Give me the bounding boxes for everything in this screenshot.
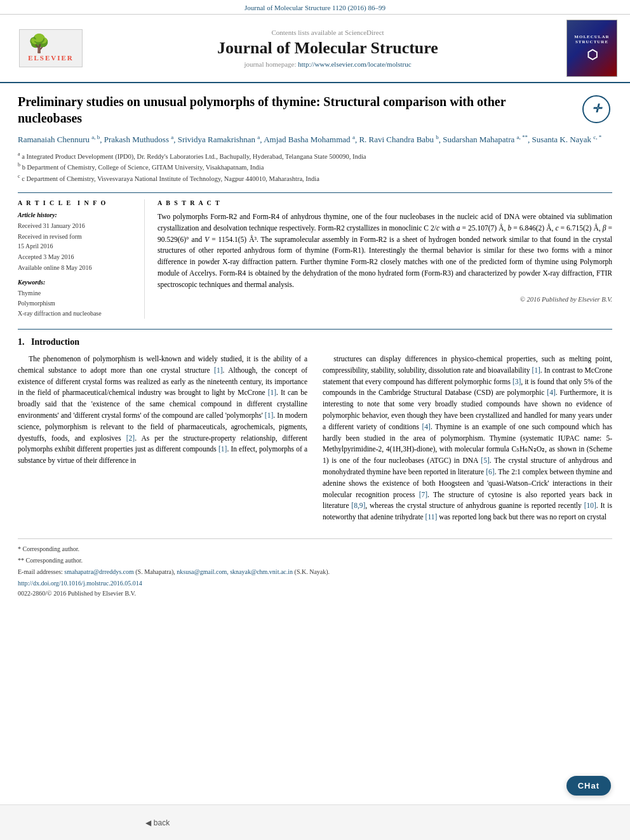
- abstract-column: A B S T R A C T Two polymorphs Form-R2 a…: [158, 199, 612, 319]
- journal-cover-image: MOLECULAR STRUCTURE ⬡: [566, 20, 617, 77]
- elsevier-tree-icon: 🌳: [28, 35, 74, 53]
- main-content: Preliminary studies on unusual polymorph…: [0, 83, 630, 609]
- authors-line: Ramanaiah Chennuru a, b, Prakash Muthudo…: [18, 133, 612, 147]
- email-link-3[interactable]: sknayak@chm.vnit.ac.in: [230, 568, 293, 575]
- article-footer: * Corresponding author. ** Corresponding…: [18, 538, 612, 599]
- accepted-date: Accepted 3 May 2016: [18, 252, 135, 262]
- authors-text: Ramanaiah Chennuru a, b, Prakash Muthudo…: [18, 135, 601, 144]
- journal-header: 🌳 ELSEVIER Contents lists available at S…: [0, 15, 630, 83]
- cover-text: MOLECULAR STRUCTURE ⬡: [574, 34, 609, 63]
- affiliation-c: c c Department of Chemistry, Visvesvaray…: [18, 173, 612, 183]
- journal-title: Journal of Molecular Structure: [102, 39, 554, 58]
- back-button[interactable]: ◀ back: [145, 818, 170, 827]
- footer-email-line: E-mail addresses: smahapatra@drreddys.co…: [18, 567, 612, 577]
- email-name-1: (S. Mahapatra),: [135, 568, 175, 575]
- citation-bar: Journal of Molecular Structure 1120 (201…: [0, 0, 630, 15]
- chat-label: CHat: [578, 781, 600, 790]
- email-link-1[interactable]: smahapatra@drreddys.com: [64, 568, 133, 575]
- back-label: back: [154, 818, 170, 827]
- article-title-text: Preliminary studies on unusual polymorph…: [18, 93, 580, 126]
- bottom-nav-bar: ◀ back CHat: [0, 804, 630, 840]
- abstract-copyright: © 2016 Published by Elsevier B.V.: [158, 296, 612, 303]
- received-date: Received 31 January 2016: [18, 221, 135, 230]
- intro-right-col: structures can display differences in ph…: [323, 354, 612, 528]
- citation-text: Journal of Molecular Structure 1120 (201…: [245, 4, 385, 11]
- elsevier-logo-image: 🌳 ELSEVIER: [19, 29, 83, 67]
- article-info-heading: A R T I C L E I N F O: [18, 199, 135, 206]
- crossmark-container: ✛: [580, 93, 612, 125]
- section-heading: Introduction: [31, 337, 79, 347]
- back-arrow-icon: ◀: [145, 818, 151, 827]
- chat-button[interactable]: CHat: [566, 776, 611, 796]
- info-abstract-section: A R T I C L E I N F O Article history: R…: [18, 192, 612, 319]
- sciencedirect-prefix: Contents lists available at ScienceDirec…: [271, 29, 384, 36]
- article-title-block: Preliminary studies on unusual polymorph…: [18, 93, 612, 126]
- keyword-1: Thymine: [18, 288, 135, 298]
- intro-para-right: structures can display differences in ph…: [323, 354, 612, 523]
- email-label: E-mail addresses:: [18, 568, 63, 575]
- intro-left-col: The phenomenon of polymorphism is well-k…: [18, 354, 307, 528]
- keyword-3: X-ray diffraction and nucleobase: [18, 309, 135, 319]
- email-name-3: (S.K. Nayak).: [295, 568, 330, 575]
- intro-two-col: The phenomenon of polymorphism is well-k…: [18, 354, 612, 528]
- introduction-section: 1. Introduction The phenomenon of polymo…: [18, 329, 612, 528]
- sciencedirect-line: Contents lists available at ScienceDirec…: [102, 29, 554, 36]
- doi-link[interactable]: http://dx.doi.org/10.1016/j.molstruc.201…: [18, 580, 142, 587]
- crossmark-icon: ✛: [582, 95, 610, 123]
- available-date: Available online 8 May 2016: [18, 263, 135, 272]
- abstract-heading: A B S T R A C T: [158, 199, 612, 206]
- affiliations-block: a a Integrated Product Development (IPD0…: [18, 150, 612, 183]
- article-info-column: A R T I C L E I N F O Article history: R…: [18, 199, 145, 319]
- revised-date: Received in revised form15 April 2016: [18, 232, 135, 251]
- keywords-label: Keywords:: [18, 279, 135, 286]
- elsevier-brand-text: ELSEVIER: [28, 54, 74, 62]
- homepage-line: journal homepage: http://www.elsevier.co…: [102, 60, 554, 68]
- elsevier-logo: 🌳 ELSEVIER: [13, 29, 89, 67]
- affiliation-b: b b Department of Chemistry, College of …: [18, 161, 612, 172]
- homepage-label: journal homepage:: [244, 60, 296, 68]
- footnote-doublestar: ** Corresponding author.: [18, 556, 612, 566]
- keyword-2: Polymorphism: [18, 298, 135, 309]
- journal-center: Contents lists available at ScienceDirec…: [89, 29, 566, 68]
- intro-para-left: The phenomenon of polymorphism is well-k…: [18, 354, 307, 467]
- history-label: Article history:: [18, 211, 135, 218]
- section-title: 1. Introduction: [18, 337, 612, 347]
- footer-doi-line: http://dx.doi.org/10.1016/j.molstruc.201…: [18, 578, 612, 589]
- section-number: 1.: [18, 337, 25, 347]
- abstract-text: Two polymorphs Form-R2 and Form-R4 of an…: [158, 211, 612, 291]
- footer-issn: 0022-2860/© 2016 Published by Elsevier B…: [18, 589, 612, 599]
- footnote-star: * Corresponding author.: [18, 544, 612, 554]
- affiliation-a: a a Integrated Product Development (IPD0…: [18, 150, 612, 161]
- email-link-2[interactable]: nksusa@gmail.com,: [177, 568, 228, 575]
- homepage-link[interactable]: http://www.elsevier.com/locate/molstruc: [298, 60, 411, 68]
